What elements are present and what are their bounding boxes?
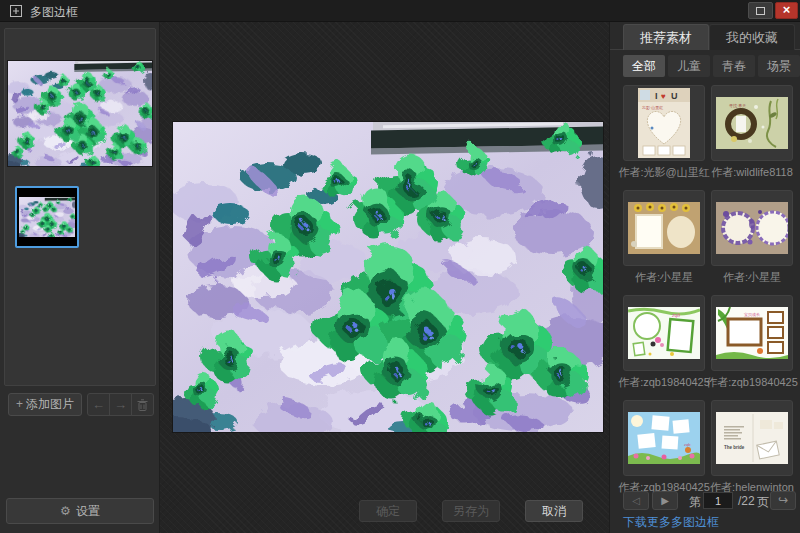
maximize-icon	[756, 7, 765, 15]
prev-page-icon: ◁	[632, 495, 640, 506]
template-author: 作者:zqb19840425	[618, 375, 710, 390]
right-arrow-icon: →	[114, 397, 127, 412]
svg-text:光影·山里红: 光影·山里红	[641, 105, 663, 110]
prev-page-button[interactable]: ◁	[623, 491, 649, 510]
page-total-label: /22	[738, 494, 755, 508]
template-author: 作者:小星星	[618, 270, 710, 285]
thumbnail-art	[8, 61, 152, 166]
category-bar: 全部 儿童 青春 场景	[623, 55, 800, 77]
template-author: 作者:光影@山里红	[618, 165, 710, 180]
template-art-sunflower	[628, 202, 700, 254]
titlebar: 多图边框 ×	[0, 0, 800, 22]
ok-button[interactable]: 确定	[359, 500, 417, 522]
settings-button[interactable]: ⚙设置	[6, 498, 154, 524]
editor-canvas: 确定 另存为 取消	[160, 22, 610, 533]
maximize-button[interactable]	[748, 2, 773, 19]
template-art-sky: zqb	[628, 412, 700, 464]
svg-text:zqb: zqb	[684, 442, 691, 447]
thumbnail-art	[19, 197, 75, 237]
svg-text:zqb: zqb	[671, 312, 680, 318]
add-image-button[interactable]: +添加图片	[8, 393, 82, 416]
add-image-label: 添加图片	[26, 397, 74, 411]
template-thumbnail[interactable]: The bride	[711, 400, 793, 476]
svg-text:寻找·春天: 寻找·春天	[729, 103, 746, 108]
trash-icon	[137, 399, 148, 411]
template-thumbnail[interactable]	[711, 190, 793, 266]
page-suffix-label: 页	[757, 494, 769, 511]
page-prefix-label: 第	[689, 494, 701, 511]
template-art-heart: I ♥ U 光影·山里红	[638, 88, 690, 158]
template-thumbnail[interactable]	[623, 190, 705, 266]
template-author: 作者:wildlife8118	[706, 165, 798, 180]
flower-photo	[173, 122, 603, 432]
template-thumbnail[interactable]: 宝贝成长	[711, 295, 793, 371]
window-title: 多图边框	[30, 4, 78, 21]
multi-frame-icon	[9, 4, 23, 18]
thumbnail-tools: ← →	[87, 393, 154, 416]
move-left-button[interactable]: ←	[87, 393, 110, 416]
delete-image-button[interactable]	[131, 393, 154, 416]
template-thumbnail[interactable]: zqb	[623, 400, 705, 476]
close-icon: ×	[783, 2, 791, 17]
image-thumbnail-selected[interactable]	[15, 186, 79, 248]
svg-text:The bride: The bride	[724, 445, 745, 450]
settings-label: 设置	[76, 504, 100, 518]
save-as-button[interactable]: 另存为	[442, 500, 500, 522]
template-thumbnail[interactable]: I ♥ U 光影·山里红	[623, 85, 705, 161]
materials-panel: 推荐素材 我的收藏 全部 儿童 青春 场景 I ♥ U 光影·山里红 寻找·春天	[610, 22, 800, 533]
template-art-vine: 寻找·春天	[716, 97, 788, 149]
template-art-bride: The bride	[716, 412, 788, 464]
left-arrow-icon: ←	[92, 397, 105, 412]
go-page-button[interactable]: ↪	[770, 491, 796, 510]
thumbnail-list	[4, 28, 156, 386]
go-page-icon: ↪	[778, 493, 788, 507]
category-kids[interactable]: 儿童	[668, 55, 710, 77]
next-page-button[interactable]: ▶	[652, 491, 678, 510]
cancel-button[interactable]: 取消	[525, 500, 583, 522]
category-all[interactable]: 全部	[623, 55, 665, 77]
template-art-wood-frames: 宝贝成长	[716, 307, 788, 359]
main-image-preview[interactable]	[173, 122, 603, 432]
template-thumbnail[interactable]: zqb	[623, 295, 705, 371]
category-youth[interactable]: 青春	[713, 55, 755, 77]
close-button[interactable]: ×	[775, 2, 798, 19]
template-author: 作者:小星星	[706, 270, 798, 285]
pagination: ◁ ▶ 第 /22 页 ↪	[610, 491, 800, 511]
next-page-icon: ▶	[661, 495, 669, 506]
template-art-kids-green: zqb	[628, 307, 700, 359]
image-thumbnail[interactable]	[7, 60, 153, 167]
plus-icon: +	[16, 397, 23, 411]
svg-text:U: U	[671, 91, 678, 101]
move-right-button[interactable]: →	[109, 393, 132, 416]
svg-text:I: I	[655, 91, 658, 101]
svg-text:宝贝成长: 宝贝成长	[744, 312, 760, 317]
page-input[interactable]	[703, 492, 733, 509]
gear-icon: ⚙	[60, 504, 71, 518]
image-list-sidebar: +添加图片 ← → ⚙设置	[0, 22, 160, 533]
tab-favorites[interactable]: 我的收藏	[709, 24, 795, 50]
template-art-purple-rings	[716, 202, 788, 254]
tab-recommended[interactable]: 推荐素材	[623, 24, 709, 50]
template-author: 作者:zqb19840425	[706, 375, 798, 390]
template-thumbnail[interactable]: 寻找·春天	[711, 85, 793, 161]
category-scene[interactable]: 场景	[758, 55, 800, 77]
svg-text:♥: ♥	[661, 92, 666, 101]
download-more-link[interactable]: 下载更多多图边框	[623, 514, 719, 531]
